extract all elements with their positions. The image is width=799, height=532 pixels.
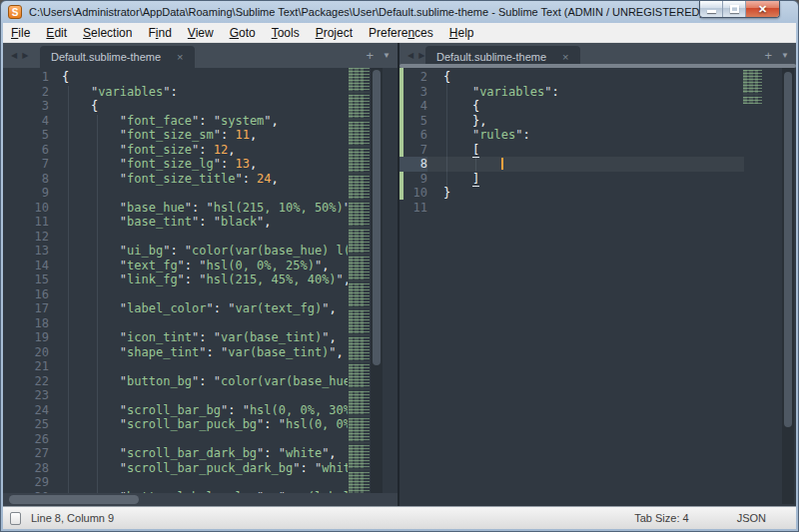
syntax-token: " — [279, 446, 286, 460]
scrollbar-thumb[interactable] — [9, 495, 139, 504]
nav-left-icon[interactable]: ◀ — [407, 51, 413, 60]
code-line[interactable]: 8 — [400, 157, 744, 172]
code-line[interactable]: 29 — [3, 475, 348, 490]
code-line[interactable]: 10 "base_hue": "hsl(215, 10%, 50%)", — [3, 201, 348, 216]
code-line[interactable]: 17 "label_color": "var(text_fg)", — [3, 301, 348, 316]
menu-item-find[interactable]: Find — [140, 23, 179, 43]
line-number: 1 — [3, 70, 49, 85]
horizontal-scrollbar[interactable] — [3, 493, 398, 506]
code-line[interactable]: 4 "font_face": "system", — [3, 114, 348, 129]
menu-item-help[interactable]: Help — [441, 23, 482, 43]
code-line[interactable]: 25 "scroll_bar_puck_bg": "hsl(0, 0%, 30% — [3, 417, 348, 432]
menu-item-file[interactable]: File — [3, 23, 38, 43]
line-number: 9 — [3, 186, 49, 201]
title-bar[interactable]: S C:\Users\Administrator\AppData\Roaming… — [1, 1, 798, 23]
app-icon[interactable]: S — [8, 5, 22, 19]
code-line[interactable]: 15 "link_fg": "hsl(215, 45%, 40%)", — [3, 272, 348, 287]
syntax-token: 24 — [257, 172, 271, 186]
tab-close-icon[interactable]: × — [177, 51, 183, 63]
vertical-scrollbar[interactable] — [782, 68, 794, 504]
syntax-token — [443, 143, 472, 157]
syntax-token — [62, 215, 120, 229]
syntax-token: " — [515, 128, 522, 142]
code-line[interactable]: 20 "shape_tint": "var(base_tint)", — [3, 345, 348, 360]
tab-overflow-icon[interactable]: ▼ — [383, 51, 391, 60]
code-line[interactable]: 24 "scroll_bar_bg": "hsl(0, 0%, 30%)", — [3, 403, 348, 418]
code-line[interactable]: 22 "button_bg": "color(var(base_hue) l(9 — [3, 374, 348, 389]
code-line[interactable]: 1{ — [3, 70, 348, 85]
code-line[interactable]: 7 [ — [400, 143, 744, 158]
close-button[interactable]: ✕ — [746, 1, 779, 17]
scrollbar-thumb[interactable] — [373, 70, 381, 365]
code-line[interactable]: 21 — [3, 359, 348, 374]
code-line[interactable]: 18 — [3, 316, 348, 331]
tab-size-indicator[interactable]: Tab Size: 4 — [634, 512, 688, 524]
tab-overflow-icon[interactable]: ▼ — [781, 51, 789, 60]
nav-left-icon[interactable]: ◀ — [11, 51, 17, 60]
code-line[interactable]: 3 "variables": — [400, 85, 744, 100]
code-line[interactable]: 3 { — [3, 99, 348, 114]
code-line[interactable]: 14 "text_fg": "hsl(0, 0%, 25%)", — [3, 259, 348, 273]
vertical-scrollbar[interactable] — [371, 68, 383, 493]
code-line[interactable]: 9 ] — [400, 172, 744, 187]
syntax-token: " — [207, 201, 214, 215]
new-tab-icon[interactable]: + — [764, 48, 772, 63]
code-line[interactable]: 26 — [3, 432, 348, 447]
menu-item-view[interactable]: View — [180, 23, 222, 43]
editor-pane-left[interactable]: 1{2 "variables":3 {4 "font_face": "syste… — [3, 68, 398, 506]
syntax-token — [62, 259, 120, 272]
menu-item-tools[interactable]: Tools — [264, 23, 308, 43]
code-line[interactable]: 13 "ui_bg": "color(var(base_hue) l(93%)) — [3, 244, 348, 259]
code-area[interactable]: 2{3 "variables":4 {5 },6 "rules":7 [8 9 … — [400, 70, 744, 215]
code-line[interactable]: 4 { — [400, 99, 744, 114]
minimap[interactable] — [743, 70, 762, 104]
code-line[interactable]: 5 }, — [400, 114, 744, 129]
code-line[interactable]: 2 "variables": — [3, 85, 348, 100]
code-line[interactable]: 9 — [3, 186, 348, 201]
syntax-token: }, — [472, 114, 486, 128]
syntax-token — [443, 85, 472, 99]
syntax-indicator[interactable]: JSON — [737, 512, 766, 524]
maximize-button[interactable] — [723, 1, 746, 17]
code-line[interactable]: 2{ — [400, 70, 744, 85]
code-line[interactable]: 16 — [3, 287, 348, 302]
code-line[interactable]: 7 "font_size_lg": 13, — [3, 157, 348, 172]
status-icon[interactable] — [10, 512, 21, 525]
syntax-token: " — [214, 128, 221, 142]
code-line[interactable]: 12 — [3, 230, 348, 245]
menu-item-preferences[interactable]: Preferences — [361, 23, 441, 43]
code-line[interactable]: 11 "base_tint": "black", — [3, 215, 348, 230]
minimize-button[interactable] — [700, 1, 723, 17]
line-number: 11 — [400, 201, 427, 216]
line-number: 9 — [400, 172, 427, 187]
code-line[interactable]: 23 — [3, 388, 348, 403]
menu-item-project[interactable]: Project — [308, 23, 361, 43]
code-line[interactable]: 6 "font_size": 12, — [3, 143, 348, 158]
menu-item-selection[interactable]: Selection — [75, 23, 140, 43]
tab-default-sublime-theme-left[interactable]: Default.sublime-theme × — [40, 46, 195, 68]
code-line[interactable]: 6 "rules": — [400, 128, 744, 143]
syntax-token: " — [120, 128, 127, 142]
menu-item-goto[interactable]: Goto — [222, 23, 264, 43]
code-line[interactable]: 19 "icon_tint": "var(base_tint)", — [3, 330, 348, 345]
scrollbar-thumb[interactable] — [784, 72, 792, 427]
line-number: 15 — [3, 272, 49, 287]
code-line[interactable]: 27 "scroll_bar_dark_bg": "white", — [3, 446, 348, 461]
tab-close-icon[interactable]: × — [562, 51, 568, 63]
code-area[interactable]: 1{2 "variables":3 {4 "font_face": "syste… — [3, 70, 348, 504]
syntax-token: font_size_lg — [127, 157, 214, 171]
nav-right-icon[interactable]: ▶ — [418, 51, 424, 60]
nav-right-icon[interactable]: ▶ — [22, 51, 28, 60]
code-text: "link_fg": "hsl(215, 45%, 40%)", — [62, 272, 348, 287]
code-line[interactable]: 5 "font_size_sm": 11, — [3, 128, 348, 143]
code-line[interactable]: 11 — [400, 201, 744, 216]
syntax-token: " — [120, 345, 127, 359]
minimap[interactable] — [349, 68, 370, 493]
code-line[interactable]: 8 "font_size_title": 24, — [3, 172, 348, 187]
code-line[interactable]: 28 "scroll_bar_puck_dark_bg": "white", — [3, 461, 348, 476]
maximize-icon — [730, 5, 739, 13]
code-line[interactable]: 10} — [400, 186, 744, 201]
editor-pane-right[interactable]: 2{3 "variables":4 {5 },6 "rules":7 [8 9 … — [400, 68, 796, 506]
new-tab-icon[interactable]: + — [366, 48, 374, 63]
menu-item-edit[interactable]: Edit — [38, 23, 75, 43]
